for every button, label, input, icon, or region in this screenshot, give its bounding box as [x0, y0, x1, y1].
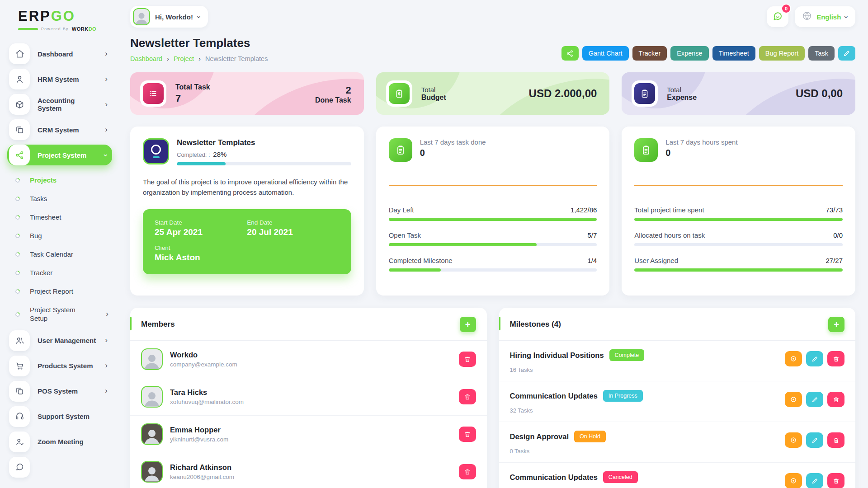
breadcrumb-project[interactable]: Project	[174, 55, 194, 62]
delete-member-button[interactable]	[459, 352, 476, 367]
logo-underline	[18, 28, 38, 30]
sidebar: ERPGO Powered By WORKDO Dashboard › HRM …	[0, 0, 120, 488]
milestone-view-button[interactable]	[785, 351, 802, 366]
sidebar-item-pos-system[interactable]: POS System ›	[7, 381, 112, 402]
breadcrumb-dashboard[interactable]: Dashboard	[130, 55, 162, 62]
total-task-value: 7	[175, 93, 210, 104]
project-title: Newsletter Templates	[177, 138, 351, 147]
member-avatar	[141, 461, 163, 483]
sidebar-item-projects[interactable]: Projects	[7, 171, 112, 189]
expense-label: Expense	[667, 94, 697, 102]
sidebar-item-bug[interactable]: Bug	[7, 226, 112, 245]
messages-button[interactable]: 0	[767, 6, 788, 27]
sidebar-item-crm[interactable]: CRM System ›	[7, 119, 112, 140]
member-email: xofuhuvuq@mailinator.com	[170, 399, 452, 405]
sidebar-item-project-report[interactable]: Project Report	[7, 282, 112, 300]
tracker-button[interactable]: Tracker	[632, 46, 667, 61]
milestone-status-badge: Canceled	[603, 471, 638, 483]
total-expense-card: Total Expense USD 0,00	[622, 72, 855, 115]
chevron-right-icon: ›	[105, 336, 108, 344]
sidebar-item-task-calendar[interactable]: Task Calendar	[7, 245, 112, 263]
hours-card-value: 0	[665, 148, 737, 158]
delete-member-button[interactable]	[459, 464, 476, 479]
member-email: yikninurti@vusra.com	[170, 436, 452, 443]
milestone-edit-button[interactable]	[806, 392, 823, 407]
user-avatar	[133, 8, 150, 25]
sidebar-item-zoom-meeting[interactable]: Zoom Meeting	[7, 432, 112, 452]
delete-member-button[interactable]	[459, 427, 476, 442]
expense-button[interactable]: Expense	[670, 46, 708, 61]
chat-icon	[772, 11, 783, 23]
member-row: Tara Hicks xofuhuvuq@mailinator.com	[130, 378, 487, 416]
delete-member-button[interactable]	[459, 389, 476, 404]
bug-report-button[interactable]: Bug Report	[759, 46, 805, 61]
milestone-view-button[interactable]	[785, 392, 802, 407]
milestone-title: Communication Updates	[510, 473, 598, 482]
sidebar-item-tracker[interactable]: Tracker	[7, 263, 112, 282]
metric-row-day-left: Day Left1,422/86	[389, 206, 597, 221]
add-milestone-button[interactable]: +	[828, 317, 844, 332]
sidebar-item-products-system[interactable]: Products System ›	[7, 356, 112, 376]
milestone-view-button[interactable]	[785, 473, 802, 488]
cube-icon	[9, 94, 30, 115]
task-button[interactable]: Task	[808, 46, 835, 61]
milestone-delete-button[interactable]	[827, 432, 844, 448]
share-button[interactable]	[561, 46, 579, 61]
chevron-down-icon: ›	[195, 15, 203, 18]
members-title: Members	[141, 320, 175, 329]
milestone-task-count: 16 Tasks	[510, 366, 645, 373]
task-sparkline	[389, 185, 597, 186]
gantt-chart-button[interactable]: Gantt Chart	[582, 46, 629, 61]
member-avatar	[141, 386, 163, 408]
sidebar-item-accounting[interactable]: Accounting System ›	[7, 94, 112, 115]
sidebar-item-dashboard[interactable]: Dashboard ›	[7, 43, 112, 64]
bullet-icon	[14, 288, 21, 294]
greeting-text: Hi, Workdo!	[155, 13, 193, 21]
milestone-edit-button[interactable]	[806, 432, 823, 448]
breadcrumb: Dashboard › Project › Newsletter Templat…	[130, 55, 268, 62]
copy-icon	[9, 119, 30, 140]
edit-project-button[interactable]	[838, 46, 855, 61]
language-selector[interactable]: English ›	[795, 6, 855, 27]
add-member-button[interactable]: +	[460, 317, 476, 332]
milestone-title: Hiring Individual Positions	[510, 351, 604, 360]
project-progress-bar	[177, 162, 351, 165]
milestone-edit-button[interactable]	[806, 351, 823, 366]
milestone-delete-button[interactable]	[827, 392, 844, 407]
member-email: keanu2006@gmail.com	[170, 474, 452, 480]
chevron-down-icon: ›	[843, 15, 851, 18]
milestone-task-count: 0 Tasks	[510, 448, 606, 455]
sidebar-item-hrm[interactable]: HRM System ›	[7, 69, 112, 89]
user-menu[interactable]: Hi, Workdo! ›	[130, 6, 208, 28]
clipboard-icon	[389, 138, 412, 162]
chevron-right-icon: ›	[105, 361, 108, 369]
total-budget-value: USD 2.000,00	[529, 87, 597, 100]
sidebar-item-partial[interactable]	[7, 457, 112, 478]
clipboard-icon	[634, 138, 658, 162]
app-logo[interactable]: ERPGO Powered By WORKDO	[7, 6, 112, 33]
clipboard-icon	[634, 83, 655, 104]
project-logo	[143, 138, 169, 164]
sidebar-item-timesheet[interactable]: Timesheet	[7, 208, 112, 226]
sidebar-item-project-system[interactable]: Project System ›	[7, 145, 112, 165]
chevron-right-icon: ›	[105, 75, 108, 83]
sidebar-item-project-system-setup[interactable]: Project System Setup ›	[7, 300, 112, 328]
powered-by-label: Powered By	[41, 27, 69, 31]
timesheet-button[interactable]: Timesheet	[712, 46, 755, 61]
sidebar-item-user-management[interactable]: User Management ›	[7, 330, 112, 351]
milestone-delete-button[interactable]	[827, 473, 844, 488]
metric-row-time-spent: Total project time spent73/73	[634, 206, 843, 221]
milestone-view-button[interactable]	[785, 432, 802, 448]
member-name: Tara Hicks	[170, 388, 452, 397]
page-title: Newsletter Templates	[130, 36, 268, 50]
sidebar-item-tasks[interactable]: Tasks	[7, 189, 112, 208]
share-nodes-icon	[9, 145, 30, 165]
milestone-delete-button[interactable]	[827, 351, 844, 366]
completed-label: Completed: :	[177, 151, 210, 158]
chevron-right-icon: ›	[105, 387, 108, 394]
milestone-edit-button[interactable]	[806, 473, 823, 488]
project-system-submenu: Projects Tasks Timesheet Bug Task Calend…	[7, 170, 112, 330]
list-icon	[143, 83, 164, 104]
member-avatar	[141, 423, 163, 445]
sidebar-item-support-system[interactable]: Support System	[7, 406, 112, 427]
